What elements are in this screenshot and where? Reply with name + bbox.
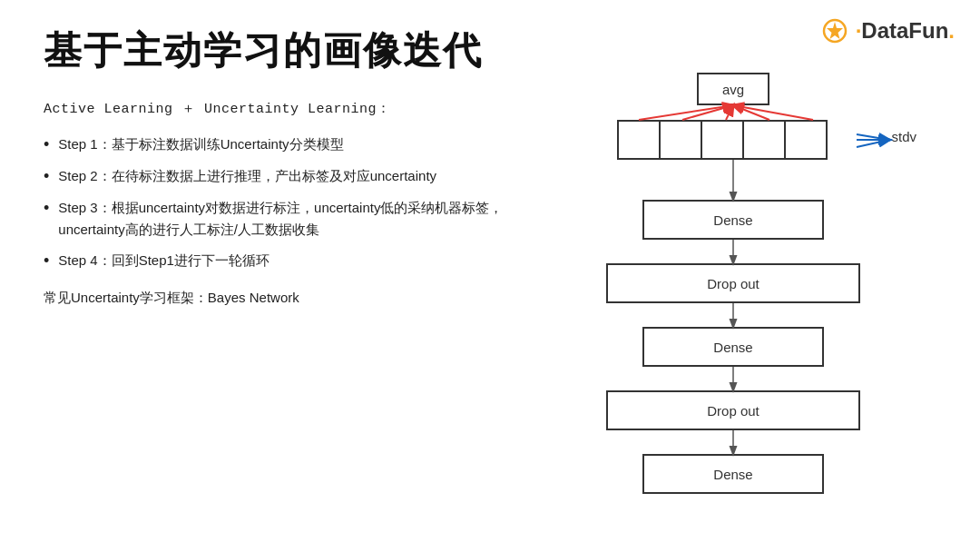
dense3-label: Dense bbox=[713, 467, 752, 482]
dense3-box: Dense bbox=[642, 454, 824, 494]
left-content: Active Learning ＋ Uncertainty Learning： … bbox=[44, 100, 515, 307]
dropout1-label: Drop out bbox=[707, 276, 760, 291]
dropout1-box: Drop out bbox=[606, 263, 860, 303]
svg-marker-1 bbox=[827, 22, 843, 39]
svg-line-5 bbox=[733, 105, 769, 120]
avg-label: avg bbox=[722, 82, 744, 97]
list-item: • Step 4：回到Step1进行下一轮循环 bbox=[44, 250, 515, 272]
list-item: • Step 3：根据uncertainty对数据进行标注，uncertaint… bbox=[44, 197, 515, 241]
list-item: • Step 2：在待标注数据上进行推理，产出标签及对应uncertainty bbox=[44, 165, 515, 188]
bullet-list: • Step 1：基于标注数据训练Uncertainty分类模型 • Step … bbox=[44, 133, 515, 273]
bullet-icon: • bbox=[44, 197, 49, 220]
cell-1 bbox=[617, 120, 661, 160]
logo-area: ·DataFun. bbox=[818, 16, 955, 45]
dense1-label: Dense bbox=[713, 212, 752, 228]
step2-text: Step 2：在待标注数据上进行推理，产出标签及对应uncertainty bbox=[58, 165, 515, 187]
stdv-label: stdv bbox=[891, 129, 916, 144]
svg-line-9 bbox=[857, 140, 889, 147]
svg-line-3 bbox=[682, 105, 733, 120]
dense2-box: Dense bbox=[642, 327, 824, 367]
svg-line-2 bbox=[639, 105, 733, 120]
cell-2 bbox=[659, 120, 702, 160]
dropout2-box: Drop out bbox=[606, 390, 860, 430]
subtitle: Active Learning ＋ Uncertainty Learning： bbox=[44, 100, 515, 117]
svg-line-6 bbox=[733, 105, 813, 120]
dropout2-label: Drop out bbox=[707, 403, 760, 419]
svg-line-4 bbox=[726, 105, 733, 120]
bullet-icon: • bbox=[44, 250, 49, 272]
diagram-area: avg Dense Drop out Dense Drop out Dense bbox=[563, 65, 926, 528]
dense1-box: Dense bbox=[642, 200, 824, 240]
step4-text: Step 4：回到Step1进行下一轮循环 bbox=[58, 250, 515, 271]
step1-text: Step 1：基于标注数据训练Uncertainty分类模型 bbox=[58, 133, 515, 155]
step3-text: Step 3：根据uncertainty对数据进行标注，uncertainty低… bbox=[58, 197, 515, 241]
logo-text: ·DataFun. bbox=[856, 18, 955, 44]
output-cells bbox=[617, 120, 826, 160]
list-item: • Step 1：基于标注数据训练Uncertainty分类模型 bbox=[44, 133, 515, 156]
svg-line-7 bbox=[857, 134, 889, 140]
bullet-icon: • bbox=[44, 165, 49, 188]
title-area: 基于主动学习的画像迭代 bbox=[44, 25, 483, 76]
dense2-label: Dense bbox=[713, 340, 752, 355]
page-title: 基于主动学习的画像迭代 bbox=[44, 25, 483, 76]
nn-diagram: avg Dense Drop out Dense Drop out Dense bbox=[563, 65, 926, 528]
cell-5 bbox=[784, 120, 828, 160]
logo-icon bbox=[818, 16, 852, 45]
cell-3 bbox=[701, 120, 744, 160]
avg-box: avg bbox=[697, 73, 769, 105]
bullet-icon: • bbox=[44, 133, 49, 156]
cell-4 bbox=[742, 120, 786, 160]
footer-text: 常见Uncertainty学习框架：Bayes Network bbox=[44, 290, 515, 307]
